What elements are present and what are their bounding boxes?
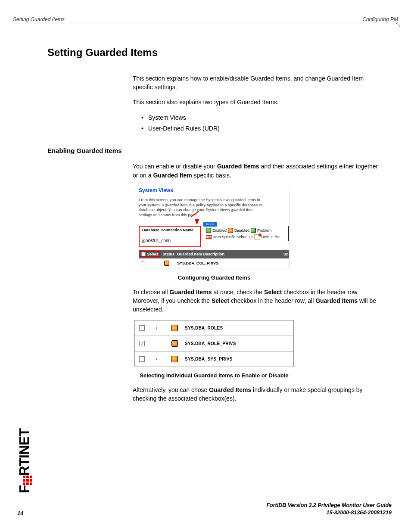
arrow-left-icon: ←	[152, 355, 165, 364]
icons-label: Icons	[203, 222, 217, 227]
row-checkbox[interactable]	[141, 261, 145, 265]
page-title: Setting Guarded Items	[47, 47, 381, 59]
row-item-name: SYS.DBA_ROLE_PRIVS	[185, 341, 236, 346]
table-row: SYS.DBA_COL_PRIVS	[139, 258, 289, 268]
figure-caption-1: Configuring Guarded Items	[47, 274, 381, 281]
intro-para-1: This section explains how to enable/disa…	[133, 74, 381, 92]
table-header: Select Status Guarded Item Description S…	[139, 250, 289, 258]
figure-configuring: System Views From this screen, you can m…	[47, 187, 381, 268]
list-item: System Views	[141, 112, 381, 123]
footer-info: FortiDB Version 3.2 Privilege Monitor Us…	[266, 502, 392, 516]
figure-desc: From this screen, you can manage the Sys…	[139, 198, 268, 218]
figure-title: System Views	[139, 187, 289, 193]
callout-arrow-icon	[195, 219, 199, 225]
status-icon	[164, 261, 169, 266]
problem-icon	[251, 228, 256, 233]
page-number: 14	[17, 510, 23, 516]
enabled-icon	[206, 228, 211, 233]
row-checkbox[interactable]	[139, 341, 145, 346]
row-checkbox[interactable]	[139, 356, 145, 362]
new-icon: NEW	[206, 235, 212, 239]
header-left: Setting Guarded Items	[13, 16, 65, 22]
select-all-checkbox[interactable]	[141, 252, 146, 256]
select-all-header[interactable]: Select	[140, 251, 160, 257]
icons-legend-box: Icons Enabled Disabled Problem NEWItem S…	[204, 226, 289, 241]
status-icon	[171, 356, 178, 362]
db-connection-box: Database Connection Name jgor9201_conn	[139, 226, 201, 247]
table-row: ← SYS.DBA_ROLE_PRIVS	[135, 336, 293, 352]
arrow-left-icon: ←	[152, 324, 165, 333]
guarded-types-list: System Views User-Defined Rules (UDR)	[141, 112, 381, 134]
row-checkbox[interactable]	[139, 325, 145, 331]
status-icon	[171, 325, 178, 331]
page-content: Setting Guarded Items This section expla…	[47, 47, 381, 409]
row-item-name: SYS.DBA_SYS_PRIVS	[185, 357, 233, 361]
alt-para: Alternatively, you can chose Guarded Ite…	[133, 386, 381, 403]
table-row: ← SYS.DBA_ROLES	[135, 320, 293, 336]
list-item: User-Defined Rules (UDR)	[141, 123, 381, 134]
row-item-name: SYS.DBA_ROLES	[185, 326, 223, 330]
row-item-name: SYS.DBA_COL_PRIVS	[177, 261, 218, 265]
figure-caption-2: Selecting Individual Guarded Items to En…	[47, 372, 381, 379]
enable-para: You can enable or disable your Guarded I…	[133, 162, 381, 180]
dbconn-label: Database Connection Name	[142, 228, 198, 232]
intro-para-2: This section also explains two types of …	[133, 98, 381, 106]
header-right: Configuring PM	[362, 16, 398, 22]
dbconn-value: jgor9201_conn	[142, 238, 198, 243]
section-heading: Enabling Guarded Items	[47, 147, 381, 154]
table-row: ← SYS.DBA_SYS_PRIVS	[135, 352, 293, 367]
brand-logo: FRTINET	[16, 429, 34, 493]
status-icon	[171, 340, 178, 347]
schedule-icon	[254, 234, 260, 240]
running-header: Setting Guarded Items Configuring PM	[13, 16, 398, 24]
choose-para: To choose all Guarded Items at once, che…	[133, 288, 381, 314]
disabled-icon	[228, 228, 233, 233]
brand-dots-icon	[23, 476, 32, 485]
figure-selecting: ← SYS.DBA_ROLES ← SYS.DBA_ROLE_PRIVS ← S…	[134, 320, 294, 367]
